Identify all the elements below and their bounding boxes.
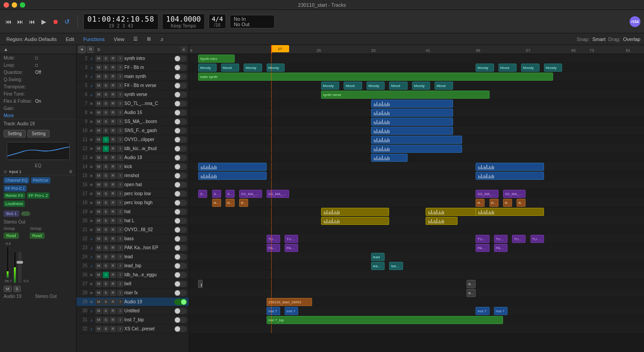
goto-start-button[interactable]: ⏮ — [27, 18, 37, 26]
clip[interactable]: RARE_RT — [226, 199, 235, 207]
track-lane[interactable] — [189, 144, 644, 153]
input-monitor-button[interactable]: I — [117, 55, 123, 62]
track-lane[interactable]: BOS_I — [189, 288, 644, 297]
record-arm-button[interactable]: R — [110, 173, 116, 179]
input-monitor-button[interactable]: I — [117, 254, 123, 260]
record-arm-button[interactable]: R — [110, 64, 116, 71]
clip[interactable]: BOS_I — [467, 280, 476, 288]
ff-pro-l2-button[interactable]: FF Pro-L 2 — [27, 192, 50, 199]
track-lane[interactable]: BOS_I — [189, 279, 644, 288]
solo-button[interactable]: S — [103, 209, 109, 215]
view-menu[interactable]: View — [111, 35, 127, 44]
mute-button[interactable]: M — [95, 263, 102, 269]
track-item[interactable]: 8≋MSRIAudio 16 — [77, 108, 189, 117]
clip[interactable]: PAK Karin — [267, 244, 280, 252]
duplicate-track-button[interactable]: ⧉ — [87, 46, 94, 53]
input-monitor-button[interactable]: I — [117, 128, 123, 134]
record-arm-button[interactable]: R — [110, 155, 116, 161]
solo-button[interactable]: S — [103, 101, 109, 107]
mute-button[interactable]: M — [95, 101, 102, 107]
track-lane[interactable] — [189, 216, 644, 225]
track-enable-toggle[interactable] — [174, 272, 187, 278]
add-track-button[interactable]: + — [78, 46, 86, 53]
clip[interactable] — [321, 217, 390, 225]
track-lane[interactable]: 230110_start_19#01 — [189, 297, 644, 306]
record-arm-button[interactable]: R — [110, 164, 116, 170]
solo-button[interactable]: S — [103, 326, 109, 332]
mute-value[interactable]: □ — [35, 55, 38, 60]
solo-button[interactable]: S — [103, 308, 109, 314]
solo-button[interactable]: S — [103, 200, 109, 206]
track-enable-toggle[interactable] — [174, 218, 187, 224]
record-arm-button[interactable]: R — [110, 317, 116, 323]
solo-button[interactable]: S — [103, 155, 109, 161]
clip[interactable]: Moody — [267, 64, 285, 72]
eq-display[interactable] — [7, 142, 70, 160]
solo-button[interactable]: S — [103, 73, 109, 80]
read-button-2[interactable]: Read — [30, 233, 45, 239]
functions-menu[interactable]: Functions — [81, 35, 108, 44]
track-enable-toggle[interactable] — [174, 110, 187, 116]
solo-button[interactable]: S — [103, 218, 109, 224]
solo-button[interactable]: S — [103, 82, 109, 89]
mute-button[interactable]: M — [95, 308, 102, 314]
clip[interactable]: lead_bip — [371, 262, 385, 270]
track-enable-toggle[interactable] — [174, 137, 187, 143]
mute-button[interactable]: M — [95, 137, 102, 143]
clip[interactable]: 230110_start_19#01 — [267, 298, 312, 306]
record-arm-button[interactable]: R — [110, 326, 116, 332]
track-item[interactable]: 7≋MSRISO_TL_...nna_C — [77, 99, 189, 108]
record-arm-button[interactable]: R — [110, 281, 116, 287]
track-enable-toggle[interactable] — [174, 191, 187, 197]
clip[interactable] — [321, 208, 390, 216]
track-enable-toggle[interactable] — [174, 64, 187, 71]
loop-value[interactable]: □ — [35, 63, 38, 68]
clip[interactable]: SS_MA — [212, 190, 221, 198]
track-enable-toggle[interactable] — [174, 299, 187, 305]
mute-button[interactable]: M — [95, 182, 102, 188]
input-monitor-button[interactable]: I — [117, 64, 123, 71]
clip[interactable] — [476, 172, 544, 180]
mute-button[interactable]: M — [95, 191, 102, 197]
input-monitor-button[interactable]: I — [117, 227, 123, 233]
volume-fader[interactable] — [18, 251, 22, 283]
mute-button[interactable]: M — [95, 290, 102, 296]
bus-button[interactable]: Bus 1 — [4, 210, 19, 217]
track-lane[interactable] — [189, 135, 644, 144]
track-enable-toggle[interactable] — [174, 200, 187, 206]
clip[interactable]: TUC Rubb — [267, 235, 280, 243]
clip[interactable]: RARE_RT4 — [517, 199, 526, 207]
input-monitor-button[interactable]: I — [117, 73, 123, 80]
record-arm-button[interactable]: R — [110, 245, 116, 251]
record-arm-button[interactable]: R — [110, 146, 116, 152]
timeline-ruler[interactable]: 17 9 25 33 41 49 57 65 73 81 — [189, 45, 644, 54]
mute-button[interactable]: M — [95, 227, 102, 233]
clip[interactable] — [371, 136, 462, 144]
solo-button[interactable]: S — [103, 236, 109, 242]
track-item[interactable]: 29≋MSRIAudio 19 — [77, 297, 189, 306]
solo-button[interactable]: S — [103, 110, 109, 116]
input-monitor-button[interactable]: I — [117, 281, 123, 287]
clip[interactable]: Mood — [435, 82, 453, 90]
track-lane[interactable] — [189, 225, 644, 234]
input-monitor-button[interactable]: I — [117, 119, 123, 125]
solo-button[interactable]: S — [103, 317, 109, 323]
mute-button[interactable]: M — [95, 110, 102, 116]
input-monitor-button[interactable]: I — [117, 245, 123, 251]
input-monitor-button[interactable]: I — [117, 263, 123, 269]
clip[interactable]: Moody — [321, 82, 339, 90]
track-enable-toggle[interactable] — [174, 182, 187, 188]
mute-button[interactable]: M — [95, 326, 102, 332]
clip[interactable]: RARE_R — [212, 199, 221, 207]
track-item[interactable]: 20≋MSRIhat L — [77, 216, 189, 225]
clip[interactable]: SS_MA_100_perc — [476, 190, 499, 198]
clip[interactable]: TUC Rubb — [285, 235, 298, 243]
input-monitor-button[interactable]: I — [117, 182, 123, 188]
record-arm-button[interactable]: R — [110, 73, 116, 80]
mute-button[interactable]: M — [95, 218, 102, 224]
mute-button[interactable]: M — [95, 281, 102, 287]
record-arm-button[interactable]: R — [110, 299, 116, 305]
solo-button[interactable]: S — [103, 281, 109, 287]
track-item[interactable]: 25♪MSRIlead_bip — [77, 261, 189, 270]
clip[interactable]: SS_MA_100_perc — [239, 190, 262, 198]
